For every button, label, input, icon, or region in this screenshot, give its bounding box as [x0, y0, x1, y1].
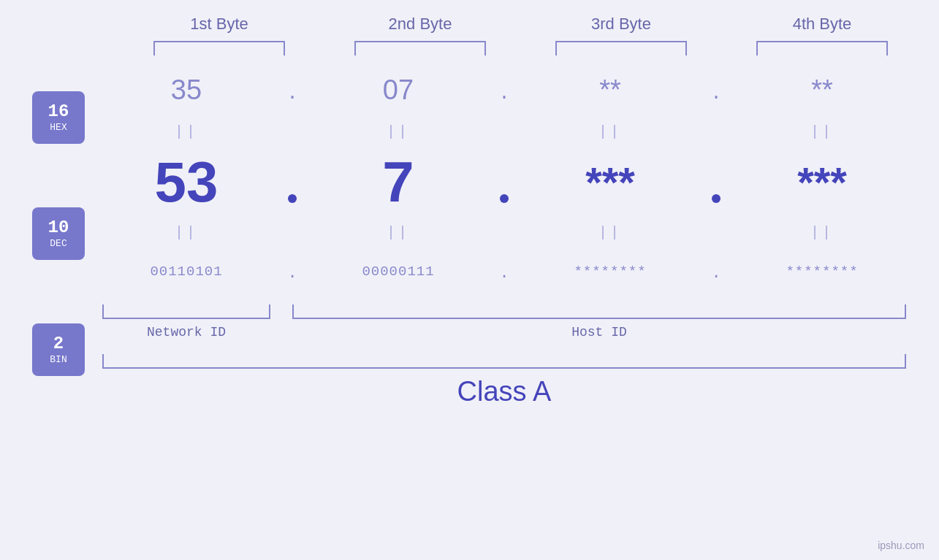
- main-container: 1st Byte 2nd Byte 3rd Byte 4th Byte 16 H…: [0, 0, 939, 560]
- hex-b4: **: [811, 74, 833, 105]
- bin-b2-cell: 00000111: [325, 264, 471, 280]
- dec-b2: 7: [382, 150, 414, 214]
- bin-badge-num: 2: [53, 334, 64, 355]
- top-bracket-3: [555, 41, 687, 55]
- bin-b1-cell: 00110101: [113, 264, 259, 280]
- bin-b2: 00000111: [362, 264, 434, 280]
- badges-column: 16 HEX 10 DEC 2 BIN: [0, 59, 102, 407]
- bin-b3-cell: ********: [537, 264, 683, 280]
- top-bracket-1: [153, 41, 285, 55]
- dec-dot-3: [705, 161, 727, 203]
- eq-2-b1: ||: [113, 224, 259, 241]
- dec-dot-2: [493, 161, 515, 203]
- eq-1-b4: ||: [749, 123, 895, 140]
- watermark: ipshu.com: [878, 540, 924, 551]
- dec-b1: 53: [155, 150, 218, 214]
- bottom-bracket-row: [102, 304, 906, 321]
- bin-dot-1: .: [281, 264, 303, 283]
- hex-b4-cell: **: [749, 74, 895, 106]
- bin-row: 00110101 . 00000111 . ******** . *******…: [102, 242, 906, 301]
- eq-1-b3: ||: [537, 123, 683, 140]
- dec-badge-num: 10: [48, 218, 69, 239]
- bin-b4-cell: ********: [749, 264, 895, 280]
- eq-2-b3: ||: [537, 224, 683, 241]
- equals-row-1: || || || ||: [102, 121, 906, 142]
- eq-1-b2: ||: [325, 123, 471, 140]
- hex-b2: 07: [383, 74, 414, 105]
- data-rows: 35 . 07 . ** . ** || ||: [102, 59, 906, 407]
- hex-dot-1: .: [281, 83, 303, 104]
- equals-row-2: || || || ||: [102, 222, 906, 242]
- dec-b3-cell: ***: [537, 158, 683, 207]
- bin-b4: ********: [786, 264, 858, 280]
- bin-dot-2: .: [493, 264, 515, 283]
- dec-badge-label: DEC: [50, 238, 66, 249]
- dec-b4-cell: ***: [749, 158, 895, 207]
- full-bottom-bracket: [102, 354, 906, 369]
- network-id-bracket: [102, 304, 270, 319]
- bin-badge: 2 BIN: [32, 323, 85, 376]
- hex-b3: **: [599, 74, 621, 105]
- dec-row: 53 7 *** ***: [102, 142, 906, 222]
- dec-b4: ***: [797, 158, 847, 206]
- id-labels-row: Network ID Host ID: [102, 325, 906, 340]
- hex-row: 35 . 07 . ** . **: [102, 59, 906, 121]
- hex-badge-num: 16: [48, 101, 69, 123]
- eq-2-b2: ||: [325, 224, 471, 241]
- class-label: Class A: [102, 376, 906, 407]
- hex-b1-cell: 35: [113, 74, 259, 106]
- byte-headers-row: 1st Byte 2nd Byte 3rd Byte 4th Byte: [119, 15, 923, 34]
- dec-badge: 10 DEC: [32, 207, 85, 260]
- top-bracket-4: [756, 41, 888, 55]
- bin-badge-label: BIN: [50, 354, 66, 365]
- hex-b1: 35: [171, 74, 202, 105]
- byte4-header: 4th Byte: [742, 15, 902, 34]
- eq-2-b4: ||: [749, 224, 895, 241]
- hex-badge: 16 HEX: [32, 91, 85, 144]
- hex-dot-2: .: [493, 83, 515, 104]
- eq-1-b1: ||: [113, 123, 259, 140]
- top-brackets-row: [119, 41, 923, 55]
- hex-dot-3: .: [705, 83, 727, 104]
- dec-b1-cell: 53: [113, 149, 259, 215]
- bin-b3: ********: [574, 264, 646, 280]
- host-id-bracket: [292, 304, 906, 319]
- dec-b3: ***: [585, 158, 635, 206]
- hex-badge-label: HEX: [50, 122, 66, 133]
- network-id-label: Network ID: [102, 325, 270, 340]
- host-id-label: Host ID: [292, 325, 906, 340]
- byte1-header: 1st Byte: [139, 15, 300, 34]
- bin-b1: 00110101: [150, 264, 222, 280]
- hex-b3-cell: **: [537, 74, 683, 106]
- hex-b2-cell: 07: [325, 74, 471, 106]
- byte2-header: 2nd Byte: [340, 15, 501, 34]
- byte3-header: 3rd Byte: [541, 15, 702, 34]
- top-bracket-2: [354, 41, 486, 55]
- dec-b2-cell: 7: [325, 149, 471, 215]
- dec-dot-1: [281, 161, 303, 203]
- bin-dot-3: .: [705, 264, 727, 283]
